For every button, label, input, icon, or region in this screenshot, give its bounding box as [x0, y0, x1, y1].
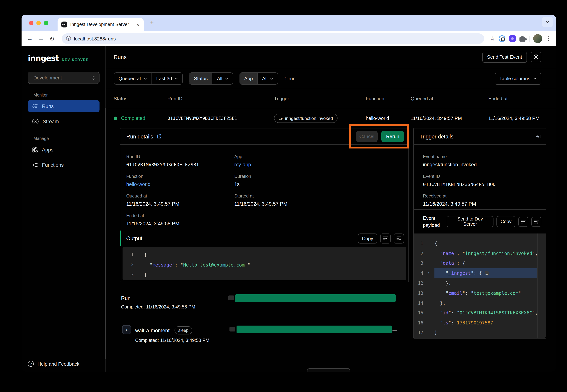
chevron-up-down-icon — [92, 75, 95, 80]
chevron-down-icon — [545, 21, 549, 23]
minimize-window-button[interactable] — [36, 21, 41, 25]
status-value-text: All — [217, 76, 222, 81]
expand-rows-button[interactable] — [394, 233, 404, 243]
wrap-text-icon — [521, 219, 526, 224]
wrap-text-button[interactable] — [380, 233, 391, 243]
column-header-run-id[interactable]: Run ID — [168, 96, 274, 101]
code-line: 17} — [414, 328, 546, 338]
sidebar-item-functions[interactable]: Functions — [28, 159, 99, 171]
chevron-right-icon: › — [126, 327, 127, 332]
password-manager-extension-icon[interactable] — [499, 35, 505, 42]
monitor-section-label: Monitor — [33, 93, 105, 97]
reload-icon[interactable]: ↻ — [48, 35, 56, 42]
close-tab-icon[interactable]: × — [136, 22, 140, 27]
browser-menu-icon[interactable]: ⋮ — [546, 35, 552, 42]
environment-select[interactable]: Development — [28, 72, 99, 84]
status-filter-value[interactable]: All — [212, 73, 233, 84]
copy-output-button[interactable]: Copy — [358, 233, 377, 243]
status-filter-label: Status — [190, 73, 212, 84]
window-controls — [29, 21, 48, 25]
step-name[interactable]: wait-a-moment — [135, 327, 170, 333]
expand-rows-button[interactable] — [531, 217, 541, 227]
code-line: 1{ — [414, 239, 546, 249]
page-title: Runs — [114, 54, 127, 60]
forward-icon[interactable]: → — [37, 35, 44, 42]
zoom-window-button[interactable] — [44, 21, 48, 25]
pagination-button-partial[interactable] — [307, 368, 350, 372]
trigger-pill[interactable]: «● inngest/function.invoked — [274, 113, 337, 123]
code-line: 1{ — [123, 250, 406, 260]
field-label: Received at — [423, 193, 541, 199]
field-value: 1s — [234, 182, 402, 187]
tab-strip: Inngest Development Server × + — [22, 15, 556, 31]
url-text: localhost:8288/runs — [74, 36, 116, 42]
send-to-dev-server-button[interactable]: Send to Dev Server — [447, 216, 494, 227]
sidebar-item-label: Functions — [42, 162, 64, 168]
field-label: Event name — [423, 154, 541, 159]
step-expand-button[interactable]: › — [122, 325, 131, 334]
field-value: 11/16/2024, 3:49:58 PM — [126, 221, 234, 226]
app-link[interactable]: my-app — [234, 162, 402, 168]
external-link-icon[interactable] — [156, 134, 161, 139]
function-link[interactable]: hello-world — [126, 182, 234, 187]
collapse-chevron-icon[interactable]: › — [423, 268, 434, 279]
column-header-function[interactable]: Function — [366, 96, 411, 101]
time-range-filter[interactable]: Last 3d — [151, 73, 182, 84]
browser-window: Inngest Development Server × + ← → ↻ ⓘ l… — [22, 15, 556, 372]
sidebar-item-apps[interactable]: Apps — [28, 144, 99, 155]
site-info-icon[interactable]: ⓘ — [66, 35, 71, 42]
code-line: 16 "ts": 1731790197587 — [414, 318, 546, 328]
extension-icon[interactable] — [509, 35, 516, 42]
browser-tab[interactable]: Inngest Development Server × — [57, 18, 144, 31]
timeline-step-bar[interactable] — [237, 325, 392, 333]
row-function[interactable]: hello-world — [366, 115, 411, 121]
close-window-button[interactable] — [29, 21, 33, 25]
bookmark-star-icon[interactable]: ☆ — [490, 35, 495, 42]
trigger-details-title: Trigger details — [420, 133, 454, 140]
sidebar-item-stream[interactable]: Stream — [28, 115, 99, 127]
copy-payload-button[interactable]: Copy — [496, 216, 515, 227]
table-row[interactable]: Completed 01JCVBTMV3WXY9D3CFDEJFZSB1 «● … — [106, 108, 556, 128]
field-received-at: Received at 11/16/2024, 3:49:57 PM — [423, 193, 541, 208]
url-bar[interactable]: ⓘ localhost:8288/runs — [62, 33, 484, 44]
help-and-feedback[interactable]: ? Help and Feedback — [28, 361, 79, 367]
back-icon[interactable]: ← — [26, 35, 33, 42]
field-value: 11/16/2024, 3:49:57 PM — [126, 201, 234, 207]
tab-strip-chevron-button[interactable] — [542, 17, 553, 27]
run-details-body: Run ID 01JCVBTMV3WXY9D3CFDEJFZSB1 App my… — [126, 145, 402, 227]
desktop: Inngest Development Server × + ← → ↻ ⓘ l… — [0, 0, 567, 392]
sidebar-item-runs[interactable]: Runs — [28, 100, 99, 112]
timeline-run-bar[interactable] — [235, 294, 396, 302]
column-header-ended-at[interactable]: Ended at — [488, 96, 556, 101]
table-columns-button[interactable]: Table columns — [495, 72, 541, 84]
send-test-event-button[interactable]: Send Test Event — [482, 51, 527, 63]
wrap-text-button[interactable] — [519, 217, 529, 227]
new-tab-button[interactable]: + — [150, 19, 154, 27]
collapse-panel-icon[interactable] — [536, 134, 541, 139]
code-line: 12 }, — [414, 279, 546, 288]
app-filter-value[interactable]: All — [257, 73, 278, 84]
settings-button[interactable] — [531, 52, 541, 62]
column-header-status[interactable]: Status — [114, 96, 168, 101]
code-content: }, — [434, 298, 538, 308]
line-number: 3 — [123, 270, 134, 280]
line-number: 15 — [414, 308, 423, 318]
column-header-queued-at[interactable]: Queued at — [411, 96, 488, 101]
field-label: App — [234, 154, 402, 159]
row-queued-at: 11/16/2024, 3:49:57 PM — [411, 115, 488, 121]
code-content: "message": "Hello test@example.com!" — [144, 260, 406, 270]
code-content: "id": "01JCVBTMTKR41S8STTKEXSKX6C", — [434, 308, 538, 318]
line-number: 16 — [414, 318, 423, 328]
time-range-label: Last 3d — [156, 76, 172, 81]
code-line: 2 "name": "inngest/function.invoked", — [414, 249, 546, 258]
extensions-puzzle-icon[interactable] — [520, 37, 525, 42]
code-content: "ts": 1731790197587 — [434, 318, 538, 328]
time-field-filter[interactable]: Queued at — [114, 73, 151, 84]
line-number: 1 — [414, 239, 423, 249]
field-label: Duration — [234, 174, 402, 179]
profile-avatar[interactable] — [533, 34, 542, 43]
code-content: } — [434, 328, 538, 338]
timeline-run-completed: Completed: 11/16/2024, 3:49:58 PM — [121, 304, 195, 309]
column-header-trigger[interactable]: Trigger — [274, 96, 366, 101]
event-payload-label: Event payload — [423, 214, 444, 229]
